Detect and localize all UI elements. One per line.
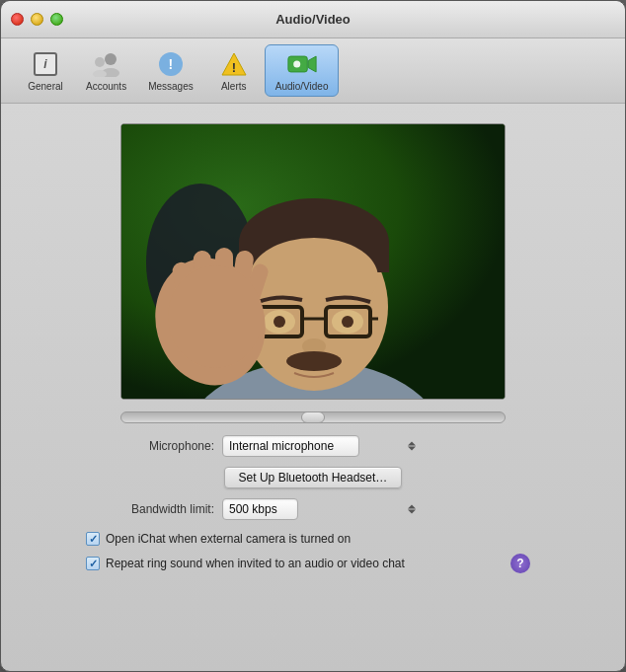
microphone-label: Microphone: (106, 439, 214, 453)
bw-arrow-down-icon (408, 510, 416, 514)
toolbar: General Accounts Messages (1, 38, 625, 104)
alerts-icon: ! (219, 49, 249, 79)
maximize-button[interactable] (50, 13, 63, 26)
arrow-up-icon (408, 442, 416, 446)
toolbar-item-general[interactable]: General (17, 45, 74, 96)
toolbar-label-alerts: Alerts (221, 81, 247, 92)
svg-text:!: ! (232, 60, 236, 75)
microphone-select-wrapper: Internal microphone Built-in Input Exter… (222, 435, 420, 457)
camera-slider-container (120, 411, 506, 423)
window: Audio/Video General Accounts (0, 0, 626, 672)
ring-checkbox[interactable] (86, 557, 100, 570)
svg-point-28 (286, 351, 342, 371)
audiovideo-icon (287, 49, 317, 79)
title-bar: Audio/Video (1, 1, 625, 38)
checkboxes-section: Open iChat when external camera is turne… (86, 532, 540, 573)
accounts-icon (92, 49, 121, 79)
bandwidth-label: Bandwidth limit: (106, 502, 214, 516)
camera-zoom-slider[interactable] (120, 411, 506, 423)
bottom-row: Repeat ring sound when invited to an aud… (86, 554, 540, 573)
traffic-lights (11, 13, 63, 26)
help-button[interactable]: ? (510, 554, 530, 573)
general-icon (31, 49, 60, 79)
arrow-down-icon (408, 447, 416, 451)
svg-point-0 (105, 53, 117, 65)
toolbar-item-alerts[interactable]: ! Alerts (205, 45, 263, 96)
microphone-select-arrow (408, 442, 416, 451)
content-area: Microphone: Internal microphone Built-in… (1, 104, 625, 593)
microphone-select[interactable]: Internal microphone Built-in Input Exter… (222, 435, 359, 457)
svg-point-25 (274, 316, 285, 328)
toolbar-label-general: General (28, 81, 63, 92)
ring-checkbox-label: Repeat ring sound when invited to an aud… (106, 557, 405, 570)
checkbox2-row: Repeat ring sound when invited to an aud… (86, 557, 405, 570)
bw-arrow-up-icon (408, 505, 416, 509)
close-button[interactable] (11, 13, 24, 26)
toolbar-label-messages: Messages (148, 81, 194, 92)
checkbox1-row: Open iChat when external camera is turne… (86, 532, 540, 546)
svg-marker-7 (308, 56, 316, 72)
bandwidth-row: Bandwidth limit: None 100 kbps 200 kbps … (106, 498, 520, 520)
window-title: Audio/Video (275, 12, 351, 27)
messages-icon (156, 49, 186, 79)
form-section: Microphone: Internal microphone Built-in… (31, 435, 595, 520)
camera-checkbox[interactable] (86, 532, 100, 546)
toolbar-label-accounts: Accounts (86, 81, 126, 92)
bluetooth-headset-button[interactable]: Set Up Bluetooth Headset… (224, 467, 403, 488)
svg-point-35 (168, 265, 263, 368)
toolbar-item-messages[interactable]: Messages (138, 45, 203, 96)
toolbar-item-audiovideo[interactable]: Audio/Video (265, 44, 340, 97)
svg-point-2 (95, 57, 105, 67)
camera-checkbox-label: Open iChat when external camera is turne… (106, 532, 351, 546)
toolbar-label-audiovideo: Audio/Video (275, 81, 329, 92)
svg-point-8 (293, 60, 300, 67)
microphone-row: Microphone: Internal microphone Built-in… (106, 435, 520, 457)
bandwidth-select[interactable]: None 100 kbps 200 kbps 500 kbps 1 Mbps (222, 498, 298, 520)
bluetooth-row: Set Up Bluetooth Headset… (106, 467, 520, 488)
minimize-button[interactable] (31, 13, 43, 26)
camera-preview (120, 123, 506, 400)
svg-point-26 (342, 316, 353, 328)
bandwidth-select-arrow (408, 505, 416, 514)
toolbar-item-accounts[interactable]: Accounts (76, 45, 136, 96)
bandwidth-select-wrapper: None 100 kbps 200 kbps 500 kbps 1 Mbps (222, 498, 420, 520)
